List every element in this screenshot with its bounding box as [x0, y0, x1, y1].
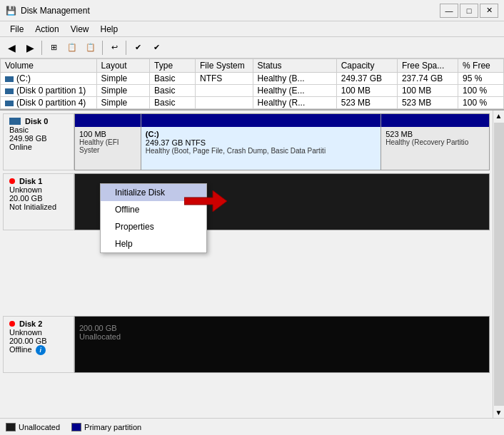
cell-volume: (Disk 0 partition 1)	[1, 85, 97, 97]
disk-2-type: Unknown	[9, 328, 68, 337]
disk-2-status: Offline i	[9, 345, 68, 355]
disk-1-type: Unknown	[9, 185, 68, 194]
disk-0-status: Online	[9, 143, 68, 151]
cell-fs	[195, 97, 253, 109]
menu-bar: File Action View Help	[0, 21, 504, 37]
back-button[interactable]: ◀	[3, 39, 20, 56]
scrollbar[interactable]: ▲ ▼	[493, 111, 504, 418]
disk-0-p2-desc: Healthy (Boot, Page File, Crash Dump, Ba…	[146, 147, 376, 155]
toolbar-btn-5[interactable]: 📋	[82, 39, 99, 56]
app-icon: 💾	[6, 6, 16, 16]
maximize-button[interactable]: □	[460, 4, 478, 18]
disk-0-icon	[9, 118, 21, 125]
menu-action[interactable]: Action	[29, 24, 64, 35]
toolbar-btn-8[interactable]: ✔	[148, 39, 165, 56]
disk-0-p1-size: 100 MB	[79, 130, 136, 138]
disk-area-container: Disk 0 Basic 249.98 GB Online 100 MB Hea…	[0, 111, 504, 418]
disk-1-row: Disk 1 Unknown 20.00 GB Not Initialized	[3, 173, 490, 230]
disk-2-size-label: 200.00 GB	[79, 324, 485, 332]
disk-0-partition-3[interactable]: 523 MB Healthy (Recovery Partitio	[381, 114, 489, 170]
cell-layout: Simple	[96, 73, 150, 85]
disk-2-size: 200.00 GB	[9, 337, 68, 345]
disk-0-p2-header	[141, 114, 380, 127]
toolbar-sep-2	[102, 41, 103, 55]
cell-capacity: 100 MB	[336, 85, 397, 97]
cell-layout: Simple	[96, 97, 150, 109]
cell-status: Healthy (B...	[253, 73, 336, 85]
disk-0-p3-desc: Healthy (Recovery Partitio	[385, 138, 485, 146]
cell-pctfree: 95 %	[458, 73, 504, 85]
disk-0-p3-size: 523 MB	[385, 130, 485, 138]
legend-unallocated: Unallocated	[6, 423, 60, 431]
arrow-indicator	[184, 190, 227, 214]
context-menu-help[interactable]: Help	[101, 235, 206, 252]
disk-2-unalloc-label: Unallocated	[79, 332, 485, 341]
col-header-capacity: Capacity	[336, 59, 397, 73]
scroll-down-button[interactable]: ▼	[494, 407, 504, 418]
toolbar-btn-6[interactable]: ↩	[106, 39, 123, 56]
disk-0-p1-desc: Healthy (EFI Syster	[79, 138, 136, 154]
app-title: Disk Management	[21, 6, 90, 16]
title-bar-controls: — □ ✕	[440, 4, 498, 18]
cell-status: Healthy (R...	[253, 97, 336, 109]
cell-type: Basic	[150, 97, 196, 109]
disk-1-status-dot	[9, 178, 15, 184]
disk-area[interactable]: Disk 0 Basic 249.98 GB Online 100 MB Hea…	[0, 111, 493, 418]
table-row[interactable]: (Disk 0 partition 4) Simple Basic Health…	[1, 97, 504, 109]
minimize-button[interactable]: —	[440, 4, 458, 18]
cell-capacity: 249.37 GB	[336, 73, 397, 85]
cell-pctfree: 100 %	[458, 97, 504, 109]
menu-file[interactable]: File	[4, 24, 29, 35]
table-row[interactable]: (C:) Simple Basic NTFS Healthy (B... 249…	[1, 73, 504, 85]
cell-volume: (Disk 0 partition 4)	[1, 97, 97, 109]
toolbar-btn-4[interactable]: 📋	[64, 39, 81, 56]
col-header-volume: Volume	[1, 59, 97, 73]
disk-1-label: Disk 1 Unknown 20.00 GB Not Initialized	[3, 173, 74, 230]
disk-1-size: 20.00 GB	[9, 194, 68, 203]
context-menu-properties[interactable]: Properties	[101, 218, 206, 235]
cell-freespace: 237.74 GB	[397, 73, 458, 85]
disk-0-p3-header	[381, 114, 489, 127]
cell-pctfree: 100 %	[458, 85, 504, 97]
disk-0-partition-2[interactable]: (C:) 249.37 GB NTFS Healthy (Boot, Page …	[141, 114, 381, 170]
close-button[interactable]: ✕	[480, 4, 498, 18]
menu-view[interactable]: View	[65, 24, 95, 35]
cell-status: Healthy (E...	[253, 85, 336, 97]
cell-type: Basic	[150, 73, 196, 85]
disk-2-row: Disk 2 Unknown 200.00 GB Offline i 200.0…	[3, 316, 490, 373]
disk-0-partition-1[interactable]: 100 MB Healthy (EFI Syster	[75, 114, 141, 170]
disk-2-label: Disk 2 Unknown 200.00 GB Offline i	[3, 316, 74, 373]
toolbar-btn-3[interactable]: ⊞	[45, 39, 62, 56]
main-content: Volume Layout Type File System Status Ca…	[0, 58, 504, 435]
scroll-thumb[interactable]	[494, 123, 504, 406]
disk-2-info-icon[interactable]: i	[36, 345, 46, 355]
disk-0-p1-header	[75, 114, 141, 127]
disk-0-p2-size: 249.37 GB NTFS	[146, 138, 376, 147]
disk-0-p2-name: (C:)	[146, 130, 376, 138]
col-header-status: Status	[253, 59, 336, 73]
disk-2-name: Disk 2	[9, 319, 68, 328]
disk-0-type: Basic	[9, 126, 68, 134]
disk-2-unallocated[interactable]: 200.00 GB Unallocated	[75, 317, 489, 372]
toolbar-sep-1	[41, 41, 42, 55]
legend-primary-label: Primary partition	[84, 423, 141, 431]
legend-primary: Primary partition	[71, 423, 141, 431]
disk-0-size: 249.98 GB	[9, 134, 68, 143]
disk-1-status: Not Initialized	[9, 203, 68, 211]
svg-marker-0	[184, 190, 227, 212]
toolbar: ◀ ▶ ⊞ 📋 📋 ↩ ✔ ✔	[0, 37, 504, 58]
cell-layout: Simple	[96, 85, 150, 97]
toolbar-btn-7[interactable]: ✔	[129, 39, 146, 56]
toolbar-sep-3	[126, 41, 126, 55]
scroll-up-button[interactable]: ▲	[494, 111, 504, 121]
forward-button[interactable]: ▶	[21, 39, 39, 56]
title-bar: 💾 Disk Management — □ ✕	[0, 0, 504, 21]
title-bar-left: 💾 Disk Management	[6, 6, 90, 16]
table-row[interactable]: (Disk 0 partition 1) Simple Basic Health…	[1, 85, 504, 97]
cell-type: Basic	[150, 85, 196, 97]
disk-1-name: Disk 1	[9, 177, 68, 185]
legend-primary-box	[71, 423, 81, 431]
col-header-type: Type	[150, 59, 196, 73]
menu-help[interactable]: Help	[95, 24, 124, 35]
disk-0-name: Disk 0	[9, 117, 68, 126]
